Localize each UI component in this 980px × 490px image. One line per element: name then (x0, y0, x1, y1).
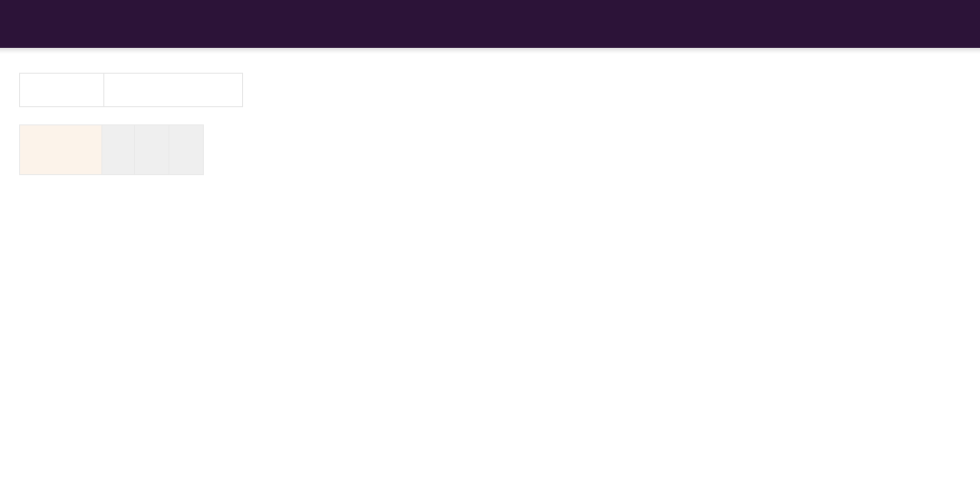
col-avl-hrs (102, 125, 135, 175)
col-util (169, 125, 204, 175)
period-selector (0, 54, 980, 124)
app-header (0, 0, 980, 48)
col-bkd-hrs (135, 125, 169, 175)
capacity-table (19, 124, 204, 175)
period-label (19, 73, 103, 107)
period-dropdown[interactable] (103, 73, 243, 107)
col-resource (20, 125, 102, 175)
